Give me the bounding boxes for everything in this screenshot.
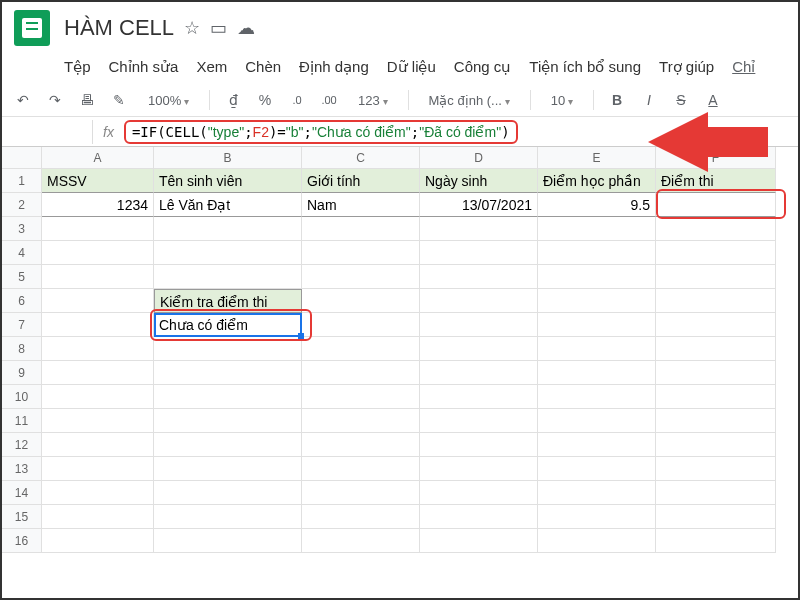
- cell[interactable]: [420, 265, 538, 289]
- row-header[interactable]: 14: [2, 481, 42, 505]
- undo-icon[interactable]: ↶: [14, 91, 32, 109]
- cell[interactable]: [538, 337, 656, 361]
- cell[interactable]: [656, 241, 776, 265]
- cell[interactable]: [538, 433, 656, 457]
- cell[interactable]: [302, 241, 420, 265]
- cell[interactable]: [656, 481, 776, 505]
- menu-format[interactable]: Định dạng: [299, 58, 369, 76]
- paint-format-icon[interactable]: ✎: [110, 91, 128, 109]
- cell[interactable]: [302, 361, 420, 385]
- cell[interactable]: [656, 217, 776, 241]
- cell[interactable]: [420, 457, 538, 481]
- more-formats[interactable]: 123: [352, 91, 393, 110]
- row-header[interactable]: 8: [2, 337, 42, 361]
- cell[interactable]: [154, 529, 302, 553]
- cell[interactable]: [538, 529, 656, 553]
- col-header-b[interactable]: B: [154, 147, 302, 169]
- cell[interactable]: [154, 481, 302, 505]
- cell[interactable]: Lê Văn Đạt: [154, 193, 302, 217]
- cell[interactable]: [538, 409, 656, 433]
- spreadsheet-grid[interactable]: A B C D E F 1MSSVTên sinh viênGiới tínhN…: [2, 147, 798, 553]
- cell[interactable]: [538, 241, 656, 265]
- cell[interactable]: 13/07/2021: [420, 193, 538, 217]
- select-all-corner[interactable]: [2, 147, 42, 169]
- cell[interactable]: [656, 313, 776, 337]
- cell[interactable]: Nam: [302, 193, 420, 217]
- row-header[interactable]: 7: [2, 313, 42, 337]
- dec-decimal-icon[interactable]: .0: [288, 91, 306, 109]
- cell[interactable]: [420, 217, 538, 241]
- formula-input[interactable]: =IF(CELL("type";F2)="b";"Chưa có điểm";"…: [124, 120, 518, 144]
- menu-insert[interactable]: Chèn: [245, 58, 281, 76]
- cell[interactable]: [538, 457, 656, 481]
- row-header[interactable]: 1: [2, 169, 42, 193]
- font-size-dropdown[interactable]: 10: [545, 91, 579, 110]
- cell[interactable]: [538, 505, 656, 529]
- cell[interactable]: [656, 409, 776, 433]
- font-dropdown[interactable]: Mặc định (...: [423, 91, 516, 110]
- cell[interactable]: [656, 193, 776, 217]
- menu-edit[interactable]: Chỉnh sửa: [109, 58, 179, 76]
- percent-icon[interactable]: %: [256, 91, 274, 109]
- menu-data[interactable]: Dữ liệu: [387, 58, 436, 76]
- cell[interactable]: [42, 241, 154, 265]
- cell[interactable]: [420, 361, 538, 385]
- menu-tools[interactable]: Công cụ: [454, 58, 512, 76]
- cell[interactable]: [656, 289, 776, 313]
- cell[interactable]: [154, 241, 302, 265]
- cell[interactable]: [420, 337, 538, 361]
- cell[interactable]: [656, 385, 776, 409]
- italic-icon[interactable]: I: [640, 91, 658, 109]
- bold-icon[interactable]: B: [608, 91, 626, 109]
- row-header[interactable]: 10: [2, 385, 42, 409]
- cell[interactable]: [42, 505, 154, 529]
- cell[interactable]: [302, 481, 420, 505]
- cell[interactable]: 9.5: [538, 193, 656, 217]
- cell[interactable]: [302, 433, 420, 457]
- cell[interactable]: [42, 385, 154, 409]
- cell[interactable]: [538, 217, 656, 241]
- star-icon[interactable]: ☆: [184, 17, 200, 39]
- cell[interactable]: [420, 481, 538, 505]
- row-header[interactable]: 3: [2, 217, 42, 241]
- cell[interactable]: [42, 529, 154, 553]
- cell[interactable]: [154, 457, 302, 481]
- cell[interactable]: [302, 505, 420, 529]
- cell[interactable]: [538, 289, 656, 313]
- cell[interactable]: [420, 529, 538, 553]
- currency-icon[interactable]: ₫: [224, 91, 242, 109]
- cell[interactable]: [42, 265, 154, 289]
- cell[interactable]: [154, 505, 302, 529]
- cell[interactable]: [154, 433, 302, 457]
- cell[interactable]: Tên sinh viên: [154, 169, 302, 193]
- cell[interactable]: [42, 217, 154, 241]
- menu-addons[interactable]: Tiện ích bổ sung: [529, 58, 641, 76]
- cell[interactable]: [302, 385, 420, 409]
- row-header[interactable]: 11: [2, 409, 42, 433]
- cell[interactable]: [302, 289, 420, 313]
- col-header-a[interactable]: A: [42, 147, 154, 169]
- cell[interactable]: [420, 409, 538, 433]
- cell[interactable]: [420, 241, 538, 265]
- menu-view[interactable]: Xem: [196, 58, 227, 76]
- print-icon[interactable]: 🖶: [78, 91, 96, 109]
- cell[interactable]: MSSV: [42, 169, 154, 193]
- cell[interactable]: [42, 457, 154, 481]
- row-header[interactable]: 16: [2, 529, 42, 553]
- cloud-icon[interactable]: ☁: [237, 17, 255, 39]
- cell[interactable]: [420, 385, 538, 409]
- menu-last-edit[interactable]: Chỉ: [732, 58, 755, 76]
- cell[interactable]: [42, 481, 154, 505]
- row-header[interactable]: 5: [2, 265, 42, 289]
- col-header-d[interactable]: D: [420, 147, 538, 169]
- cell[interactable]: [302, 265, 420, 289]
- cell[interactable]: Ngày sinh: [420, 169, 538, 193]
- cell[interactable]: [656, 457, 776, 481]
- row-header[interactable]: 6: [2, 289, 42, 313]
- doc-title[interactable]: HÀM CELL: [64, 15, 174, 41]
- cell[interactable]: [420, 433, 538, 457]
- cell[interactable]: [302, 529, 420, 553]
- cell[interactable]: [302, 217, 420, 241]
- row-header[interactable]: 9: [2, 361, 42, 385]
- cell[interactable]: [154, 385, 302, 409]
